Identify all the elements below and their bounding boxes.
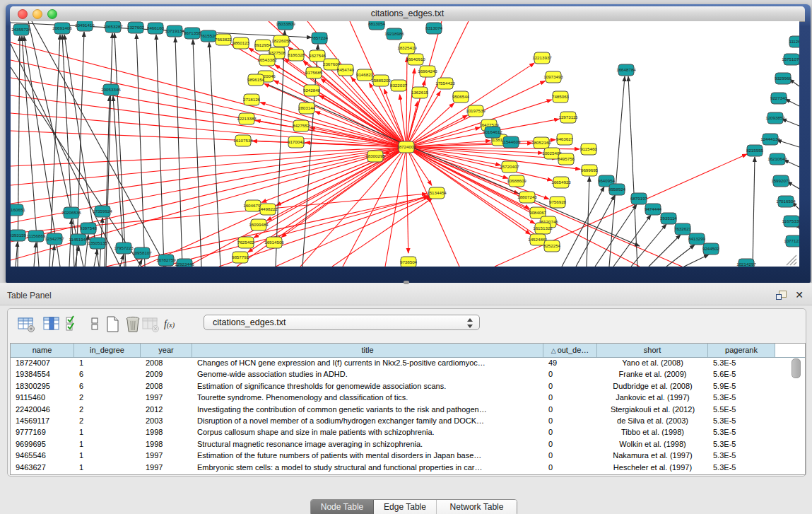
graph-node[interactable]: 16210643 [767, 153, 787, 165]
canvas-resize-grip[interactable] [790, 259, 796, 265]
table-cell[interactable]: 2 [74, 404, 141, 415]
table-cell[interactable]: 1 [74, 438, 141, 450]
graph-node[interactable]: 19218986 [384, 28, 404, 40]
table-cell[interactable]: Tourette syndrome. Phenomenology and cla… [192, 392, 543, 403]
graph-node[interactable]: 2935114 [660, 213, 677, 224]
table-cell[interactable]: de Silva et al. (2003) [597, 415, 708, 426]
table-cell[interactable]: 5.3E-5 [708, 450, 775, 461]
table-cell[interactable]: 0 [543, 438, 597, 450]
table-cell[interactable]: 0 [543, 392, 597, 403]
new-document-icon[interactable] [104, 315, 122, 334]
graph-node[interactable]: 16543382 [257, 54, 277, 66]
table-cell[interactable]: Wolkin et al. (1998) [597, 438, 708, 450]
canvas-resize-grip[interactable] [794, 262, 796, 265]
table-selector-dropdown[interactable]: citations_edges.txt [204, 315, 480, 330]
table-cell[interactable]: 2009 [141, 368, 192, 380]
graph-node[interactable]: 9244502 [702, 243, 720, 255]
graph-node[interactable]: 8958924 [608, 184, 626, 195]
graph-node[interactable]: 8413299 [688, 233, 706, 245]
graph-node[interactable]: 20206536 [61, 207, 81, 218]
graph-node[interactable]: 9860123 [233, 37, 250, 49]
graph-node[interactable]: 10688609 [507, 175, 526, 187]
table-cell[interactable]: Nakamura et al. (1997) [597, 450, 708, 461]
graph-node[interactable]: 11544609 [501, 136, 521, 148]
graph-node[interactable]: 9170042 [288, 136, 305, 148]
graph-node[interactable]: 20053346 [101, 84, 121, 95]
graph-node[interactable]: 7663822 [215, 34, 233, 45]
table-cell[interactable]: 0 [543, 462, 597, 473]
graph-node[interactable]: 10771234 [784, 235, 799, 247]
table-cell[interactable]: 5.3E-5 [708, 357, 775, 368]
table-cell[interactable]: 1997 [141, 462, 192, 473]
table-cell[interactable]: 49 [543, 357, 597, 368]
table-row[interactable]: 2242004622012Investigating the contribut… [11, 404, 805, 415]
graph-node[interactable]: 8393159 [11, 230, 27, 241]
graph-node[interactable]: 9115460 [580, 144, 597, 155]
graph-node[interactable]: 16914506 [264, 237, 284, 248]
tab-node-table[interactable]: Node Table [311, 500, 374, 514]
table-cell[interactable]: Tibbo et al. (1998) [597, 426, 708, 438]
table-cell[interactable]: 14569117 [11, 415, 74, 426]
graph-node[interactable]: 15885209 [371, 75, 391, 86]
graph-node[interactable]: 8322037 [390, 80, 408, 91]
graph-node[interactable]: 12093852 [765, 112, 785, 124]
graph-node[interactable]: 9506544 [452, 91, 470, 103]
graph-node[interactable]: 8186328 [288, 49, 305, 61]
graph-node[interactable]: 9756928 [549, 197, 567, 208]
graph-node[interactable]: 18724007 [396, 141, 416, 153]
graph-node[interactable]: 12213383 [237, 113, 257, 124]
table-cell[interactable]: 0 [543, 380, 597, 392]
graph-node[interactable]: 17016504 [776, 196, 796, 207]
graph-node[interactable]: 14498222 [258, 204, 278, 215]
graph-node[interactable]: 12342757 [45, 233, 64, 245]
graph-node[interactable]: 2718126 [243, 94, 261, 105]
table-cell[interactable]: 1997 [141, 392, 192, 403]
graph-node[interactable]: 16782759 [156, 255, 176, 266]
graph-node[interactable]: 12213937 [532, 52, 552, 64]
graph-node[interactable]: 10164612 [483, 127, 502, 138]
table-cell[interactable]: Franke et al. (2009) [597, 368, 708, 380]
graph-node[interactable]: 9175685 [305, 67, 323, 78]
graph-node[interactable]: 16964243 [418, 66, 437, 77]
graph-node[interactable]: 11451944 [69, 234, 88, 245]
graph-node[interactable]: 16648784 [616, 64, 636, 76]
table-cell[interactable]: Jankovic et al. (1997) [597, 392, 708, 403]
column-header-in-degree[interactable]: in_degree [74, 344, 141, 357]
table-cell[interactable]: 18724007 [11, 357, 74, 368]
graph-node[interactable]: 12444134 [760, 134, 780, 145]
table-cell[interactable]: 0 [543, 404, 597, 415]
graph-node[interactable]: 18052160 [531, 137, 551, 148]
graph-node[interactable]: 15134454 [427, 187, 447, 199]
graph-node[interactable]: 8466160 [147, 23, 165, 34]
table-row[interactable]: 1456911722003Disruption of a novel membe… [11, 415, 805, 426]
graph-node[interactable]: 8495756 [558, 153, 575, 165]
table-row[interactable]: 977716911998Corpus callosum shape and si… [11, 426, 805, 438]
table-cell[interactable]: 6 [74, 368, 141, 380]
column-header-name[interactable]: name [11, 344, 74, 357]
graph-node[interactable]: 7485063 [552, 91, 570, 103]
graph-node[interactable]: 8215955 [746, 145, 764, 156]
graph-node[interactable]: 18226058 [271, 35, 291, 47]
rows-icon[interactable] [86, 315, 105, 334]
table-cell[interactable]: 5.5E-5 [708, 404, 775, 415]
graph-node[interactable]: 1362615 [411, 87, 429, 98]
table-row[interactable]: 911546021997Tourette syndrome. Phenomeno… [11, 392, 805, 403]
graph-node[interactable]: 2803144 [298, 103, 316, 114]
graph-node[interactable]: 8427552 [293, 120, 310, 132]
table-cell[interactable]: 5.3E-5 [708, 462, 775, 473]
row-selection-icon[interactable] [65, 315, 83, 334]
graph-node[interactable]: 17359924 [93, 206, 112, 217]
graph-node[interactable]: 15992071 [771, 175, 791, 187]
column-header-title[interactable]: title [192, 344, 543, 357]
graph-node[interactable]: 10973493 [543, 71, 563, 83]
close-panel-icon[interactable]: ✕ [795, 288, 804, 301]
graph-node[interactable]: 7857224 [311, 33, 329, 44]
table-row[interactable]: 1830029562008Estimation of significance … [11, 380, 805, 392]
graph-node[interactable]: 9327546 [309, 50, 326, 62]
table-row[interactable]: 946362711997Embryonic stem cells: a mode… [11, 462, 805, 473]
graph-node[interactable]: 15720407 [500, 161, 519, 173]
graph-node[interactable]: 12923446 [175, 259, 194, 267]
table-cell[interactable]: Yano et al. (2008) [597, 357, 708, 368]
table-cell[interactable]: 5.3E-5 [708, 426, 775, 438]
graph-node[interactable]: 13505135 [88, 238, 107, 249]
